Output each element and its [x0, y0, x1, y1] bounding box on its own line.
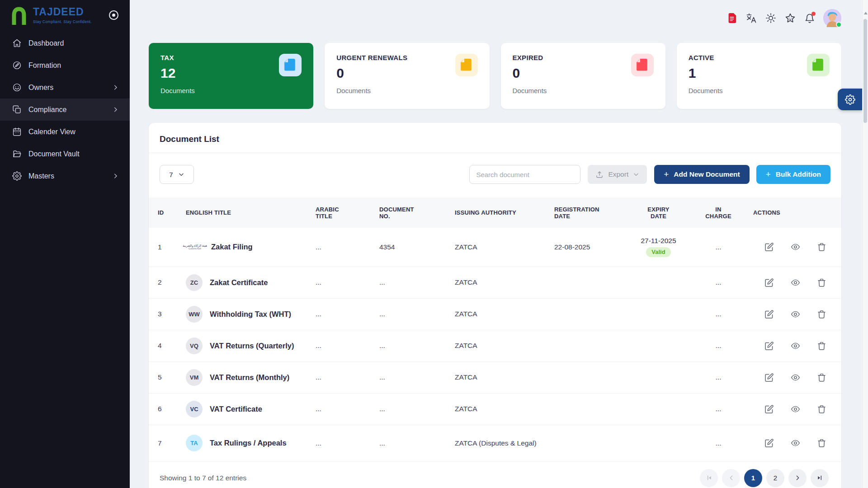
chevron-left-icon: [727, 474, 735, 482]
delete-button[interactable]: [817, 404, 826, 414]
view-button[interactable]: [791, 242, 800, 252]
sidebar-item-calendar-view[interactable]: Calender View: [0, 121, 130, 143]
sidebar-item-dashboard[interactable]: Dashboard: [0, 32, 130, 54]
column-header-document-no: DOCUMENT NO.: [377, 197, 452, 228]
edit-button[interactable]: [764, 341, 774, 351]
cell-english-title: TA Tax Rulings / Appeals: [183, 425, 313, 461]
sidebar-item-formation[interactable]: Formation: [0, 54, 130, 76]
cell-issuing-authority: ZATCA: [452, 330, 552, 361]
delete-button[interactable]: [817, 341, 826, 351]
header-actions: [726, 9, 841, 27]
document-icon: [807, 54, 830, 76]
sidebar-item-compliance[interactable]: Compliance: [0, 99, 130, 121]
previous-page-button[interactable]: [722, 469, 740, 487]
cell-in-charge: ...: [687, 425, 750, 461]
sidebar: TAJDEED Stay Compliant. Stay Confident. …: [0, 0, 130, 488]
edit-button[interactable]: [764, 310, 774, 319]
home-icon: [12, 38, 22, 48]
edit-button[interactable]: [764, 404, 774, 414]
brand-tagline: Stay Compliant. Stay Confident.: [33, 19, 92, 24]
sidebar-toggle-button[interactable]: [109, 10, 118, 20]
cell-document-no: 4354: [377, 228, 452, 267]
add-new-document-button[interactable]: + Add New Document: [654, 165, 750, 184]
cell-document-no: ...: [377, 361, 452, 393]
stat-card-active[interactable]: ACTIVE 1 Documents: [677, 43, 841, 109]
document-table: ID ENGLISH TITLE ARABIC TITLE DOCUMENT N…: [149, 197, 841, 462]
favorites-button[interactable]: [784, 12, 796, 24]
edit-button[interactable]: [764, 278, 774, 287]
eye-icon: [791, 341, 800, 351]
alert-document-button[interactable]: [726, 12, 738, 24]
view-button[interactable]: [791, 341, 800, 351]
stat-card-expired[interactable]: EXPIRED 0 Documents: [501, 43, 665, 109]
cell-in-charge: ...: [687, 228, 750, 267]
cell-expiry-date: [631, 298, 687, 330]
bulk-addition-label: Bulk Addition: [776, 170, 821, 178]
sidebar-item-masters[interactable]: Masters: [0, 165, 130, 187]
document-icon: [455, 54, 478, 76]
document-title: VAT Certificate: [210, 405, 262, 413]
scrollbar-thumb[interactable]: [863, 19, 867, 123]
cell-arabic-title: ...: [313, 228, 377, 267]
table-row: 2 ZC Zakat Certificate ... ... ZATCA ...: [149, 267, 841, 298]
bulk-addition-button[interactable]: + Bulk Addition: [756, 165, 830, 184]
eye-icon: [791, 310, 800, 319]
cell-actions: [750, 228, 841, 267]
eye-icon: [791, 373, 800, 382]
cell-in-charge: ...: [687, 267, 750, 298]
delete-button[interactable]: [817, 373, 826, 382]
view-button[interactable]: [791, 438, 800, 448]
view-button[interactable]: [791, 373, 800, 382]
translate-button[interactable]: [745, 12, 757, 24]
scroll-up-arrow[interactable]: [864, 12, 868, 14]
stat-card-urgent-renewals[interactable]: URGENT RENEWALS 0 Documents: [325, 43, 489, 109]
sidebar-item-owners[interactable]: Owners: [0, 76, 130, 99]
document-title: Zakat Certificate: [210, 278, 268, 287]
stat-caption: Documents: [689, 87, 830, 94]
cell-issuing-authority: ZATCA: [452, 393, 552, 425]
cell-id: 6: [149, 393, 183, 425]
edit-button[interactable]: [764, 373, 774, 382]
chevron-down-icon: [633, 171, 639, 178]
settings-fab-button[interactable]: [838, 89, 862, 110]
plus-icon: +: [766, 170, 771, 178]
cell-actions: [750, 330, 841, 361]
edit-button[interactable]: [764, 242, 774, 252]
first-page-button[interactable]: [700, 469, 718, 487]
cell-id: 7: [149, 425, 183, 461]
page-scrollbar[interactable]: [862, 0, 868, 488]
page-size-select[interactable]: 7: [160, 165, 194, 184]
cell-expiry-date: [631, 393, 687, 425]
delete-button[interactable]: [817, 278, 826, 287]
sidebar-item-document-vault[interactable]: Document Vault: [0, 143, 130, 165]
cell-issuing-authority: ZATCA: [452, 361, 552, 393]
page-1-button[interactable]: 1: [744, 469, 762, 487]
document-list-panel: Document List 7 Export + Add New Documen…: [149, 123, 841, 488]
last-page-button[interactable]: [811, 469, 829, 487]
cell-arabic-title: ...: [313, 393, 377, 425]
next-page-button[interactable]: [788, 469, 807, 487]
export-button[interactable]: Export: [588, 165, 647, 184]
cell-actions: [750, 298, 841, 330]
cell-english-title: ZC Zakat Certificate: [183, 267, 313, 298]
stat-card-tax[interactable]: TAX 12 Documents: [149, 43, 313, 109]
notifications-button[interactable]: [804, 12, 816, 24]
sidebar-nav: Dashboard Formation Owners Compliance Ca…: [0, 32, 130, 187]
edit-button[interactable]: [764, 438, 774, 448]
theme-toggle-button[interactable]: [765, 12, 777, 24]
trash-icon: [817, 404, 826, 414]
view-button[interactable]: [791, 404, 800, 414]
delete-button[interactable]: [817, 242, 826, 252]
search-input[interactable]: [469, 165, 580, 184]
view-button[interactable]: [791, 310, 800, 319]
delete-button[interactable]: [817, 310, 826, 319]
plus-icon: +: [664, 170, 669, 178]
calendar-icon: [12, 127, 22, 136]
delete-button[interactable]: [817, 438, 826, 448]
trash-icon: [817, 278, 826, 287]
cell-in-charge: ...: [687, 330, 750, 361]
user-avatar[interactable]: [823, 9, 841, 27]
sidebar-item-label: Dashboard: [28, 39, 64, 47]
page-2-button[interactable]: 2: [766, 469, 784, 487]
view-button[interactable]: [791, 278, 800, 287]
